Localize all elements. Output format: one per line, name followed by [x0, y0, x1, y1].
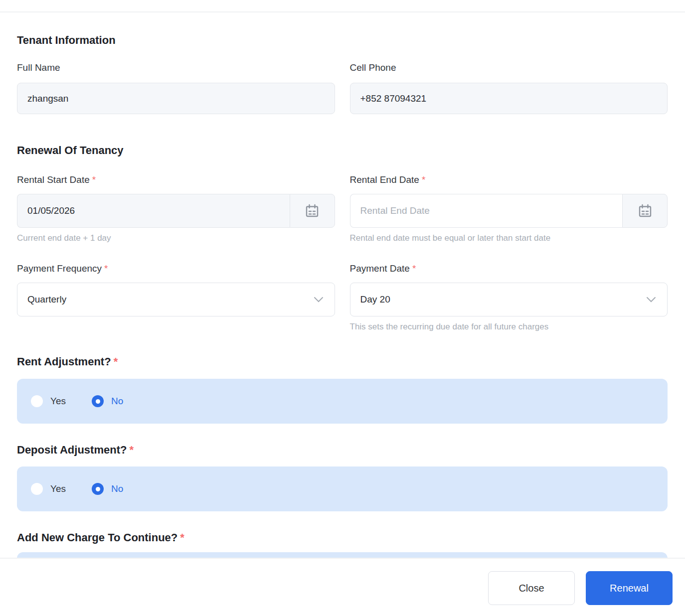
- dialog-header: [0, 0, 685, 12]
- payment-date-field: Payment Date* Day 20 This sets the recur…: [350, 263, 668, 332]
- rental-start-date-field: Rental Start Date*: [17, 174, 335, 244]
- section-title-renewal-of-tenancy: Renewal Of Tenancy: [17, 144, 668, 157]
- required-marker: *: [104, 263, 108, 274]
- rent-adjustment-group: Yes No: [17, 379, 668, 424]
- dialog-footer: Close Renewal: [0, 558, 685, 616]
- rental-end-date-input[interactable]: [350, 194, 623, 228]
- payment-date-hint: This sets the recurring due date for all…: [350, 321, 668, 332]
- full-name-label: Full Name: [17, 62, 335, 74]
- section-title-rent-adjustment: Rent Adjustment?*: [17, 355, 668, 368]
- required-marker: *: [412, 263, 416, 274]
- close-button[interactable]: Close: [488, 571, 575, 605]
- deposit-adjustment-yes-label: Yes: [50, 483, 66, 494]
- rent-adjustment-yes-label: Yes: [50, 396, 66, 407]
- cell-phone-input: [350, 83, 668, 114]
- dates-row: Rental Start Date*: [17, 174, 668, 244]
- rental-start-date-hint: Current end date + 1 day: [17, 233, 335, 244]
- payment-frequency-field: Payment Frequency* Quarterly: [17, 263, 335, 332]
- required-marker: *: [92, 174, 96, 185]
- renewal-dialog: Tenant Information Full Name Cell Phone …: [0, 0, 685, 616]
- payment-frequency-label: Payment Frequency*: [17, 263, 335, 275]
- dialog-body: Tenant Information Full Name Cell Phone …: [0, 12, 685, 558]
- required-marker: *: [422, 174, 425, 185]
- rental-start-date-input: [17, 194, 290, 228]
- chevron-down-icon: [646, 297, 656, 303]
- deposit-adjustment-radio-yes[interactable]: Yes: [31, 483, 66, 495]
- full-name-field: Full Name: [17, 62, 335, 114]
- deposit-adjustment-group: Yes No: [17, 466, 668, 511]
- renewal-button[interactable]: Renewal: [586, 571, 673, 605]
- required-marker: *: [129, 444, 134, 456]
- deposit-adjustment-no-label: No: [111, 483, 123, 494]
- rental-end-date-group: [350, 194, 668, 228]
- required-marker: *: [180, 531, 184, 544]
- rental-end-date-label: Rental End Date*: [350, 174, 668, 186]
- rental-start-date-calendar-button[interactable]: [290, 194, 335, 228]
- radio-unchecked-icon: [31, 395, 43, 407]
- tenant-info-row: Full Name Cell Phone: [17, 62, 668, 114]
- add-new-charge-group: [17, 552, 668, 558]
- radio-checked-icon: [92, 483, 104, 495]
- rental-end-date-field: Rental End Date*: [350, 174, 668, 244]
- payment-frequency-value: Quarterly: [27, 294, 66, 305]
- payment-row: Payment Frequency* Quarterly Payment Dat…: [17, 263, 668, 332]
- section-title-tenant-information: Tenant Information: [17, 34, 668, 47]
- rental-end-date-hint: Rental end date must be equal or later t…: [350, 233, 668, 244]
- rent-adjustment-radio-yes[interactable]: Yes: [31, 395, 66, 407]
- radio-unchecked-icon: [31, 483, 43, 495]
- payment-date-value: Day 20: [360, 294, 390, 305]
- payment-date-label: Payment Date*: [350, 263, 668, 275]
- rental-start-date-group: [17, 194, 335, 228]
- required-marker: *: [114, 355, 118, 368]
- calendar-icon: [304, 203, 320, 219]
- rent-adjustment-radio-no[interactable]: No: [92, 395, 123, 407]
- section-title-deposit-adjustment: Deposit Adjustment?*: [17, 444, 668, 457]
- rental-end-date-calendar-button[interactable]: [622, 194, 668, 228]
- calendar-icon: [637, 203, 653, 219]
- radio-checked-icon: [92, 395, 104, 407]
- rent-adjustment-no-label: No: [111, 396, 123, 407]
- cell-phone-label: Cell Phone: [350, 62, 668, 74]
- payment-date-select[interactable]: Day 20: [350, 283, 668, 316]
- cell-phone-field: Cell Phone: [350, 62, 668, 114]
- full-name-input: [17, 83, 335, 114]
- rental-start-date-label: Rental Start Date*: [17, 174, 335, 186]
- payment-frequency-select[interactable]: Quarterly: [17, 283, 335, 316]
- chevron-down-icon: [314, 297, 324, 303]
- section-title-add-new-charge: Add New Charge To Continue?*: [17, 531, 668, 544]
- deposit-adjustment-radio-no[interactable]: No: [92, 483, 123, 495]
